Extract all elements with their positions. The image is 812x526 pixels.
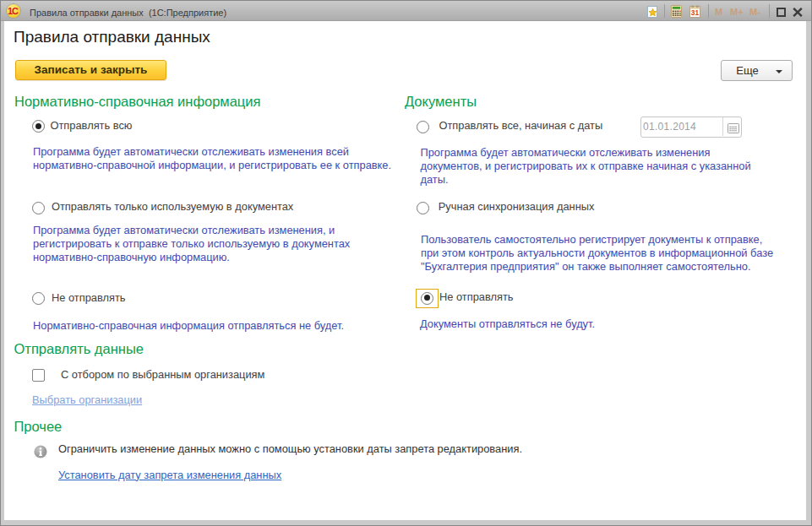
svg-text:31: 31 [691,8,700,17]
